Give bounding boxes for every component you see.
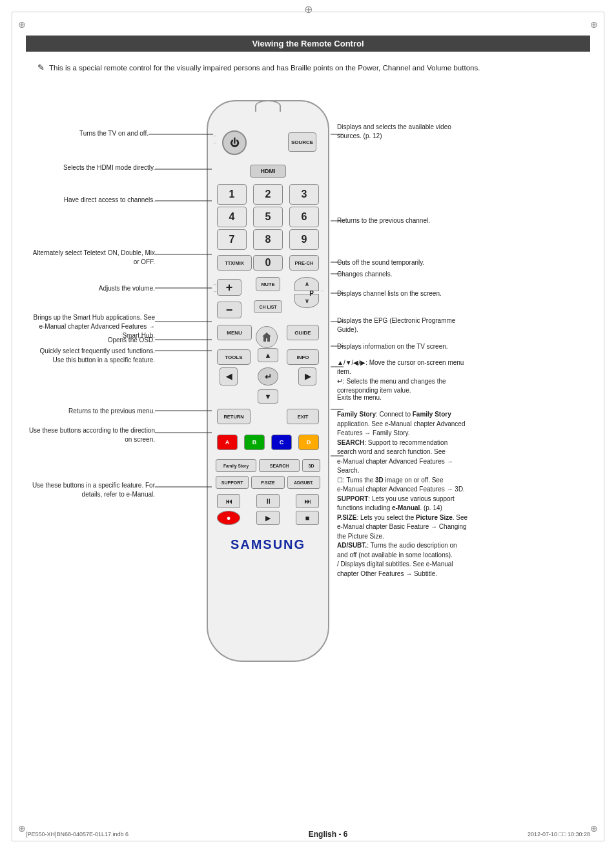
annotation-channels: Have direct access to channels. bbox=[26, 196, 155, 205]
button-7[interactable]: 7 bbox=[217, 229, 247, 250]
page-border-bottom bbox=[12, 841, 604, 841]
page-border-top bbox=[12, 12, 604, 12]
annotation-teletext: Alternately select Teletext ON, Double, … bbox=[26, 249, 155, 267]
ok-button[interactable]: ↵ bbox=[258, 367, 278, 385]
remote-area: ···· ⏻ SOURCE HDMI 1 2 3 4 5 6 7 8 bbox=[26, 94, 590, 801]
annot-line-mute bbox=[331, 262, 344, 263]
crosshair-left: ⊕ bbox=[18, 19, 26, 30]
button-a[interactable]: A bbox=[217, 435, 238, 450]
annotation-color: Use these buttons according to the direc… bbox=[26, 426, 155, 444]
menu-button[interactable]: MENU bbox=[217, 325, 252, 340]
right-button[interactable]: ▶ bbox=[298, 367, 316, 385]
annot-line-volume bbox=[155, 287, 212, 289]
ch-list-button[interactable]: CH LIST bbox=[254, 300, 282, 313]
up-button[interactable]: ▲ bbox=[258, 348, 278, 362]
note-icon: ✎ bbox=[37, 63, 45, 72]
app-row: Family Story SEARCH 3D bbox=[214, 459, 322, 472]
button-9[interactable]: 9 bbox=[289, 229, 319, 250]
footer-left: [PE550-XH]BN68-04057E-01L17.indb 6 bbox=[26, 831, 128, 838]
button-5[interactable]: 5 bbox=[253, 207, 283, 227]
guide-button[interactable]: GUIDE bbox=[287, 325, 319, 340]
hdmi-button[interactable]: HDMI bbox=[250, 165, 286, 178]
remote-top-notch bbox=[255, 100, 281, 112]
crosshair-top: ⊕ bbox=[304, 3, 313, 15]
button-2[interactable]: 2 bbox=[253, 184, 283, 205]
annot-line-color bbox=[155, 432, 212, 433]
source-button[interactable]: SOURCE bbox=[288, 132, 316, 152]
annotation-power: Turns the TV on and off. bbox=[26, 129, 149, 138]
button-6[interactable]: 6 bbox=[289, 207, 319, 227]
annotation-hdmi: Selects the HDMI mode directly. bbox=[26, 163, 155, 172]
crosshair-bottom-left: ⊕ bbox=[18, 823, 26, 834]
down-button[interactable]: ▼ bbox=[258, 389, 278, 404]
num-row-2: 4 5 6 bbox=[217, 207, 319, 227]
play-button[interactable]: ▶ bbox=[256, 511, 280, 525]
adsubt-button[interactable]: AD/SUBT. bbox=[287, 476, 320, 489]
tools-button[interactable]: TOOLS bbox=[217, 349, 251, 365]
annotation-epg: Displays the EPG (Electronic ProgrammeGu… bbox=[337, 316, 590, 334]
annotation-volume: Adjusts the volume. bbox=[26, 284, 155, 293]
search-button[interactable]: SEARCH bbox=[259, 459, 300, 472]
pause-button[interactable]: ⏸ bbox=[256, 494, 280, 508]
page-border-right bbox=[604, 12, 604, 841]
annot-line-prevch bbox=[331, 220, 344, 221]
button-b[interactable]: B bbox=[244, 435, 265, 450]
num-row-1: 1 2 3 bbox=[217, 184, 319, 205]
psize-button[interactable]: P.SIZE bbox=[251, 476, 284, 489]
support-button[interactable]: SUPPORT bbox=[216, 476, 249, 489]
button-3[interactable]: 3 bbox=[289, 184, 319, 205]
annotation-return: Returns to the previous menu. bbox=[26, 407, 155, 416]
annot-line-changech bbox=[331, 273, 344, 274]
zero-button[interactable]: 0 bbox=[253, 255, 283, 271]
annot-line-power bbox=[149, 134, 213, 135]
button-d[interactable]: D bbox=[298, 435, 319, 450]
prech-button[interactable]: PRE-CH bbox=[289, 255, 319, 271]
smart-hub-button[interactable] bbox=[256, 326, 278, 348]
support-row: SUPPORT P.SIZE AD/SUBT. bbox=[214, 476, 322, 489]
return-button[interactable]: RETURN bbox=[217, 409, 251, 424]
annot-line-chlist bbox=[331, 293, 344, 294]
annotation-chlist: Displays channel lists on the screen. bbox=[337, 289, 590, 298]
crosshair-right: ⊕ bbox=[590, 19, 598, 30]
left-button[interactable]: ◀ bbox=[220, 367, 238, 385]
volume-up-button[interactable]: + bbox=[217, 279, 241, 296]
annot-line-cursor bbox=[331, 366, 344, 367]
channel-up-button[interactable]: ∧ bbox=[294, 277, 319, 291]
annotation-exit: Exits the menu. bbox=[337, 393, 590, 402]
channel-down-button[interactable]: ∨ bbox=[294, 294, 319, 308]
button-8[interactable]: 8 bbox=[253, 229, 283, 250]
annotation-osd: Opens the OSD. bbox=[26, 336, 155, 345]
button-1[interactable]: 1 bbox=[217, 184, 247, 205]
info-button[interactable]: INFO bbox=[287, 349, 319, 365]
number-grid: 1 2 3 4 5 6 7 8 9 bbox=[217, 184, 319, 252]
power-button[interactable]: ⏻ bbox=[222, 130, 247, 155]
num-row-3: 7 8 9 bbox=[217, 229, 319, 250]
samsung-logo: SAMSUNG bbox=[231, 537, 305, 552]
remote-body: ···· ⏻ SOURCE HDMI 1 2 3 4 5 6 7 8 bbox=[207, 100, 329, 662]
annot-line-familystory bbox=[331, 455, 344, 457]
media-row-1: ⏮ ⏸ ⏭ bbox=[217, 494, 319, 508]
annotation-source: Displays and selects the available video… bbox=[337, 123, 590, 141]
annot-line-source bbox=[331, 134, 344, 135]
ttx-button[interactable]: TTX/MIX bbox=[217, 255, 252, 271]
annot-line-specific bbox=[155, 486, 212, 488]
crosshair-bottom-right: ⊕ bbox=[590, 823, 598, 834]
family-story-button[interactable]: Family Story bbox=[216, 459, 256, 472]
button-4[interactable]: 4 bbox=[217, 207, 247, 227]
3d-button[interactable]: 3D bbox=[302, 459, 320, 472]
exit-button[interactable]: EXIT bbox=[287, 409, 319, 424]
annot-line-return bbox=[155, 410, 212, 411]
button-c[interactable]: C bbox=[271, 435, 292, 450]
annot-line-hdmi bbox=[155, 169, 212, 170]
note-text: ✎ This is a special remote control for t… bbox=[37, 61, 580, 74]
annotation-prevch: Returns to the previous channel. bbox=[337, 216, 590, 225]
stop-button[interactable]: ■ bbox=[296, 511, 319, 525]
braille-dots-channel: ·· bbox=[320, 287, 324, 294]
record-button[interactable]: ● bbox=[217, 511, 240, 525]
footer-center: English - 6 bbox=[309, 830, 348, 839]
mute-button[interactable]: MUTE bbox=[256, 277, 280, 291]
rewind-button[interactable]: ⏮ bbox=[217, 494, 240, 508]
volume-down-button[interactable]: − bbox=[217, 302, 241, 318]
fast-forward-button[interactable]: ⏭ bbox=[296, 494, 319, 508]
annotation-specific: Use these buttons in a specific feature.… bbox=[26, 481, 155, 499]
